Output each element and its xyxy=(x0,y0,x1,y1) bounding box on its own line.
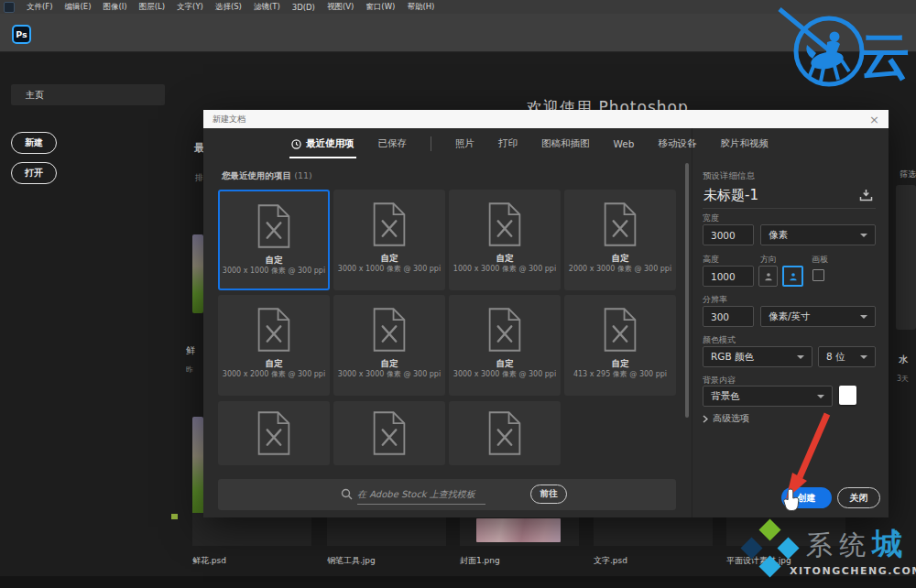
preset-card-name: 自定 xyxy=(612,359,629,368)
preset-card[interactable]: 自定 3000 x 1000 像素 @ 300 ppi xyxy=(333,190,445,290)
advanced-options-toggle[interactable]: 高级选项 xyxy=(703,412,749,425)
recent-file-card[interactable] xyxy=(726,513,845,546)
menu-bar: 文件(F) 编辑(E) 图像(I) 图层(L) 文字(Y) 选择(S) 滤镜(T… xyxy=(0,0,916,14)
tab-label: 照片 xyxy=(455,137,474,150)
menu-image[interactable]: 图像(I) xyxy=(104,2,127,13)
thumbnail-sliver xyxy=(192,234,203,313)
preset-card[interactable] xyxy=(218,401,330,465)
recent-section-title: 您最近使用的项目 (11) xyxy=(222,170,312,182)
tab-recent[interactable]: 最近使用项 xyxy=(291,134,354,154)
dialog-title: 新建文档 xyxy=(213,114,245,125)
recent-file-card[interactable] xyxy=(327,513,446,546)
preset-card[interactable] xyxy=(333,401,445,465)
preset-card[interactable]: 自定 2000 x 3000 像素 @ 300 ppi xyxy=(564,190,676,290)
resolution-input[interactable]: 300 xyxy=(703,306,754,327)
app-icon[interactable] xyxy=(4,2,15,13)
background-dropdown[interactable]: 背景色 xyxy=(703,386,833,407)
document-icon xyxy=(256,203,292,249)
preset-card-size: 3000 x 1000 像素 @ 300 ppi xyxy=(338,266,441,273)
preset-card[interactable]: 自定 1000 x 3000 像素 @ 300 ppi xyxy=(449,190,561,290)
menu-file[interactable]: 文件(F) xyxy=(27,2,53,13)
chevron-right-icon xyxy=(703,415,708,423)
menu-filter[interactable]: 滤镜(T) xyxy=(254,2,280,13)
open-file-button[interactable]: 打开 xyxy=(11,162,57,184)
preset-card[interactable]: 自定 3000 x 3000 像素 @ 300 ppi xyxy=(449,295,561,396)
preset-card[interactable]: 自定 3000 x 1000 像素 @ 300 ppi xyxy=(218,190,330,290)
create-button[interactable]: 创建 xyxy=(781,487,832,508)
height-input[interactable]: 1000 xyxy=(703,266,754,287)
height-label: 高度 xyxy=(703,254,719,266)
preset-card[interactable]: 自定 3000 x 3000 像素 @ 300 ppi xyxy=(333,295,445,396)
preset-card[interactable]: 自定 413 x 295 像素 @ 300 ppi xyxy=(564,295,676,396)
orientation-landscape-button[interactable] xyxy=(782,266,803,287)
bottom-strip xyxy=(0,576,916,588)
orientation-portrait-button[interactable] xyxy=(758,266,778,287)
grid-scrollbar[interactable] xyxy=(685,163,689,418)
clock-icon xyxy=(291,139,301,149)
menu-3d[interactable]: 3D(D) xyxy=(292,3,315,12)
preset-card[interactable] xyxy=(449,401,561,465)
width-input[interactable]: 3000 xyxy=(703,224,754,245)
go-button[interactable]: 前往 xyxy=(530,485,567,504)
chevron-down-icon xyxy=(860,315,867,319)
chevron-down-icon xyxy=(860,355,867,359)
menu-edit[interactable]: 编辑(E) xyxy=(65,2,92,13)
preset-card-name: 自定 xyxy=(496,359,514,368)
width-unit-dropdown[interactable]: 像素 xyxy=(760,224,876,245)
tab-film[interactable]: 胶片和视频 xyxy=(720,134,769,154)
background-color-swatch[interactable] xyxy=(839,386,856,405)
tab-print[interactable]: 打印 xyxy=(498,134,518,154)
close-button[interactable]: 关闭 xyxy=(837,487,880,508)
recent-file-card[interactable] xyxy=(594,513,713,546)
width-unit-value: 像素 xyxy=(769,229,788,242)
tab-art[interactable]: 图稿和插图 xyxy=(541,134,590,154)
thumbnail-sliver xyxy=(896,185,916,330)
menu-type[interactable]: 文字(Y) xyxy=(177,2,203,13)
resolution-unit-dropdown[interactable]: 像素/英寸 xyxy=(760,306,876,327)
color-mode-value: RGB 颜色 xyxy=(711,351,754,364)
width-label: 宽度 xyxy=(703,212,719,224)
chevron-down-icon xyxy=(817,395,824,398)
preset-card[interactable]: 自定 3000 x 2000 像素 @ 300 ppi xyxy=(218,295,330,396)
preset-card-size: 1000 x 3000 像素 @ 300 ppi xyxy=(453,266,556,273)
menu-view[interactable]: 视图(V) xyxy=(327,2,354,13)
file-label: 鲜花.psd xyxy=(192,555,226,567)
thumbnail-fragment xyxy=(171,514,178,519)
tab-photo[interactable]: 照片 xyxy=(455,134,474,154)
menu-select[interactable]: 选择(S) xyxy=(215,2,242,13)
fragment-filter-label: 筛选 xyxy=(900,169,916,180)
preset-card-size: 3000 x 1000 像素 @ 300 ppi xyxy=(223,267,325,275)
site-name-blue: 城 xyxy=(872,524,902,565)
artboard-checkbox[interactable] xyxy=(812,269,824,281)
preset-details-title: 预设详细信息 xyxy=(703,170,755,182)
tab-saved[interactable]: 已保存 xyxy=(378,134,408,154)
tab-label: 胶片和视频 xyxy=(720,137,769,150)
save-preset-icon[interactable] xyxy=(859,189,873,201)
divider xyxy=(703,208,876,209)
color-mode-label: 颜色模式 xyxy=(703,334,736,346)
dialog-titlebar: 新建文档 × xyxy=(203,110,889,128)
close-icon[interactable]: × xyxy=(869,114,879,125)
tab-label: 最近使用项 xyxy=(306,137,354,150)
tab-web[interactable]: Web xyxy=(614,135,635,153)
document-icon xyxy=(256,307,292,353)
sidebar-item-home[interactable]: 主页 xyxy=(11,84,165,105)
tab-label: Web xyxy=(614,138,635,149)
bit-depth-dropdown[interactable]: 8 位 xyxy=(818,346,876,367)
color-mode-dropdown[interactable]: RGB 颜色 xyxy=(703,346,812,367)
thumbnail-sliver xyxy=(192,417,203,516)
options-bar xyxy=(0,14,916,52)
document-name-field[interactable]: 未标题-1 xyxy=(703,187,758,204)
new-file-button[interactable]: 新建 xyxy=(11,132,57,154)
chevron-down-icon xyxy=(860,234,867,237)
orientation-label: 方向 xyxy=(760,254,777,266)
tab-label: 已保存 xyxy=(378,137,408,150)
stock-search-input[interactable]: 在 Adobe Stock 上查找模板 xyxy=(357,488,485,505)
menu-layer[interactable]: 图层(L) xyxy=(139,2,165,13)
recent-file-card[interactable] xyxy=(192,513,311,546)
panel-divider xyxy=(692,128,692,517)
resolution-label: 分辨率 xyxy=(703,294,727,306)
ps-home-icon[interactable]: Ps xyxy=(12,25,31,44)
menu-help[interactable]: 帮助(H) xyxy=(407,2,434,13)
menu-window[interactable]: 窗口(W) xyxy=(365,2,395,13)
